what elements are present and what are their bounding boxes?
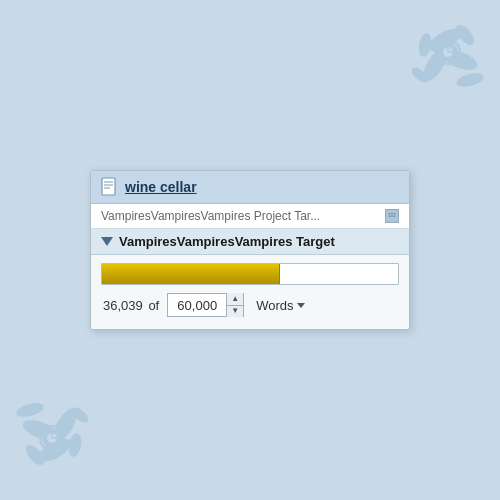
svg-point-16 — [67, 432, 83, 458]
subrow: VampiresVampiresVampires Project Tar... — [91, 204, 409, 229]
progress-bar-container — [101, 263, 399, 285]
svg-rect-24 — [102, 178, 115, 195]
count-suffix: of — [148, 298, 159, 313]
collapse-triangle-icon — [101, 237, 113, 246]
spinner-down-button[interactable]: ▼ — [227, 306, 243, 318]
spinner-up-button[interactable]: ▲ — [227, 293, 243, 306]
grip-icon[interactable] — [385, 209, 399, 223]
target-spinner[interactable]: 60,000 ▲ ▼ — [167, 293, 244, 317]
dropdown-arrow-icon — [297, 303, 305, 308]
target-value[interactable]: 60,000 — [168, 298, 226, 313]
unit-label: Words — [256, 298, 293, 313]
svg-point-10 — [455, 71, 485, 90]
current-count: 36,039 of — [103, 298, 159, 313]
target-section-header[interactable]: VampiresVampiresVampires Target — [91, 229, 409, 255]
project-name-text: VampiresVampiresVampires Project Tar... — [101, 209, 320, 223]
spinner-arrows: ▲ ▼ — [226, 293, 243, 317]
counter-row: 36,039 of 60,000 ▲ ▼ Words — [101, 293, 399, 317]
floral-decoration-bottom-left — [10, 360, 140, 490]
wine-cellar-title[interactable]: wine cellar — [125, 179, 197, 195]
svg-rect-28 — [388, 213, 396, 214]
svg-point-4 — [417, 32, 433, 58]
floral-decoration-top-right — [360, 10, 490, 140]
current-count-value: 36,039 — [103, 298, 143, 313]
card-header: wine cellar — [91, 171, 409, 204]
unit-dropdown[interactable]: Words — [252, 296, 308, 315]
svg-rect-29 — [388, 216, 396, 217]
progress-bar-fill — [102, 264, 280, 284]
svg-point-22 — [15, 401, 45, 420]
target-title: VampiresVampiresVampires Target — [119, 234, 335, 249]
progress-area: 36,039 of 60,000 ▲ ▼ Words — [91, 255, 409, 329]
main-card: wine cellar VampiresVampiresVampires Pro… — [90, 170, 410, 330]
document-icon — [101, 177, 119, 197]
